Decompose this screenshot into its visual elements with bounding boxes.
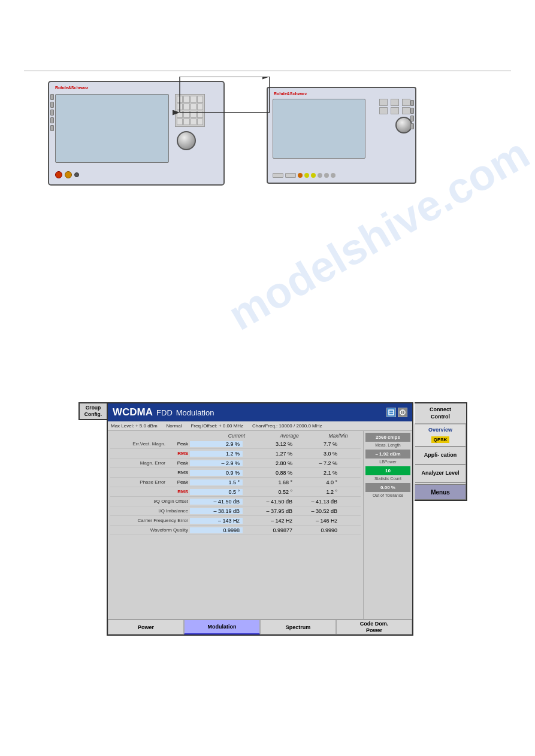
row-label: Carrier Frequency Error	[110, 518, 190, 523]
status-chan-freq: Chan/Freq.: 10000 / 2000.0 MHz	[252, 423, 322, 429]
right-controls	[370, 99, 412, 133]
chips-label: Meas. Length	[365, 443, 410, 447]
cell-average: 0.52 °	[243, 489, 295, 495]
tab-spectrum[interactable]: Spectrum	[260, 620, 336, 634]
left-keypad	[175, 94, 205, 127]
cell-maxmin: 4.0 °	[295, 479, 340, 485]
cell-average: 0.88 %	[243, 470, 295, 476]
data-area: Current Average Max/Min Err.Vect. Magn. …	[108, 431, 363, 619]
cell-average: 3.12 %	[243, 441, 295, 447]
cell-current: – 41.50 dB	[190, 499, 243, 505]
row-sublabel: Peak	[167, 479, 190, 485]
tolerance-value: 0.00 %	[365, 483, 410, 492]
cell-maxmin: 2.1 %	[295, 470, 340, 476]
menus-button[interactable]: Menus	[415, 484, 466, 500]
left-side-buttons	[50, 94, 54, 131]
row-sublabel: Peak	[167, 460, 190, 466]
main-body: Current Average Max/Min Err.Vect. Magn. …	[108, 431, 412, 619]
cell-average: – 142 Hz	[243, 518, 295, 524]
level-label: LBPower	[365, 460, 410, 464]
row-label: I/Q Origin Offset	[110, 499, 190, 504]
cell-maxmin: – 41.13 dB	[295, 499, 340, 505]
right-bottom-controls	[273, 173, 335, 178]
row-label: I/Q Imbalance	[110, 508, 190, 514]
status-bar: Max Level: + 5.0 dBm Normal Freq./Offset…	[108, 421, 412, 431]
sidebar-btn-application[interactable]: Appli- cation	[415, 447, 466, 464]
row-label: Phase Error	[110, 479, 167, 485]
table-row: RMS 0.9 % 0.88 % 2.1 %	[110, 468, 361, 478]
cell-current: 0.5 °	[190, 489, 243, 495]
col-maxmin: Max/Min	[316, 433, 361, 439]
qpsk-badge: QPSK	[431, 436, 450, 443]
table-row: I/Q Origin Offset – 41.50 dB – 41.50 dB …	[110, 497, 361, 506]
right-knob	[395, 117, 412, 133]
top-rule	[24, 71, 511, 71]
table-row: Phase Error Peak 1.5 ° 1.68 ° 4.0 °	[110, 478, 361, 487]
row-label: Magn. Error	[110, 460, 167, 466]
header-icon-2	[398, 408, 407, 417]
cell-maxmin: 1.2 °	[295, 489, 340, 495]
cell-current: – 38.19 dB	[190, 508, 243, 514]
group-config-label: Group Config.	[78, 402, 107, 420]
table-row: Waveform Quality 0.9998 0.99877 0.9990	[110, 526, 361, 535]
table-row: RMS 0.5 ° 0.52 ° 1.2 °	[110, 487, 361, 497]
panel-header: WCDMA FDD Modulation	[108, 403, 412, 421]
table-row: Magn. Error Peak – 2.9 % 2.80 % – 7.2 %	[110, 459, 361, 468]
tab-power[interactable]: Power	[108, 620, 184, 634]
left-instrument-brand: Rohde&Schwarz	[55, 86, 88, 90]
title-fdd: FDD	[156, 408, 173, 417]
stat-value: 10	[365, 466, 410, 475]
cell-current: 2.9 %	[190, 441, 243, 447]
right-screen	[273, 99, 365, 159]
row-sublabel: Peak	[167, 441, 190, 447]
tab-modulation[interactable]: Modulation	[184, 620, 260, 634]
cell-average: – 37.95 dB	[243, 508, 295, 514]
row-label: Err.Vect. Magn.	[110, 441, 167, 447]
cell-current: 1.5 °	[190, 479, 243, 485]
table-row: Err.Vect. Magn. Peak 2.9 % 3.12 % 7.7 %	[110, 439, 361, 449]
header-icons	[386, 408, 407, 417]
left-knob	[177, 131, 196, 150]
cell-maxmin: – 7.2 %	[295, 460, 340, 466]
cell-current: 0.9 %	[190, 470, 243, 476]
main-panel: WCDMA FDD Modulation Max Level: + 5.0 dB…	[107, 402, 413, 636]
cell-maxmin: 3.0 %	[295, 451, 340, 457]
row-label: Waveform Quality	[110, 527, 190, 533]
tolerance-label: Out of Tolerance	[365, 493, 410, 497]
cell-current: 0.9998	[190, 527, 243, 533]
row-sublabel: RMS	[167, 470, 190, 475]
cell-average: 1.27 %	[243, 451, 295, 457]
tab-code-dom[interactable]: Code Dom. Power	[336, 620, 412, 634]
status-freq-offset: Freq./Offset: + 0.00 MHz	[191, 423, 243, 429]
bottom-tabs: Power Modulation Spectrum Code Dom. Powe…	[108, 619, 412, 634]
right-instrument: Rohde&Schwarz	[267, 87, 416, 184]
sidebar-btn-analyzer-level[interactable]: Analyzer Level	[415, 464, 466, 482]
status-normal: Normal	[167, 423, 182, 429]
right-instrument-brand: Rohde&Schwarz	[274, 92, 307, 96]
overview-label: Overview	[417, 427, 464, 433]
level-value: – 1.92 dBm	[365, 450, 410, 459]
right-side-buttons	[410, 100, 414, 129]
title-modulation: Modulation	[176, 408, 214, 417]
row-sublabel-rms: RMS	[167, 451, 190, 456]
cell-maxmin: 0.9990	[295, 527, 340, 533]
right-sidebar: ConnectControl Overview QPSK Appli- cati…	[415, 402, 467, 501]
left-screen	[55, 94, 169, 163]
cell-maxmin: – 146 Hz	[295, 518, 340, 524]
right-meas-col: 2560 chips Meas. Length – 1.92 dBm LBPow…	[363, 431, 412, 619]
cell-average: 2.80 %	[243, 460, 295, 466]
cell-maxmin: 7.7 %	[295, 441, 340, 447]
col-headers: Current Average Max/Min	[110, 433, 361, 439]
header-icon-1	[386, 408, 396, 417]
connect-control-label: ConnectControl	[415, 403, 466, 424]
row-sublabel-rms2: RMS	[167, 489, 190, 494]
table-row: Carrier Frequency Error – 143 Hz – 142 H…	[110, 516, 361, 526]
sidebar-btn-overview[interactable]: Overview QPSK	[415, 424, 466, 447]
stat-label: Statistic Count	[365, 476, 410, 481]
title-wcdma: WCDMA	[113, 406, 153, 418]
cell-average: 0.99877	[243, 527, 295, 533]
table-row: RMS 1.2 % 1.27 % 3.0 %	[110, 449, 361, 459]
cell-average: 1.68 °	[243, 479, 295, 485]
cell-current: 1.2 %	[190, 451, 243, 457]
col-current: Current	[210, 433, 263, 439]
